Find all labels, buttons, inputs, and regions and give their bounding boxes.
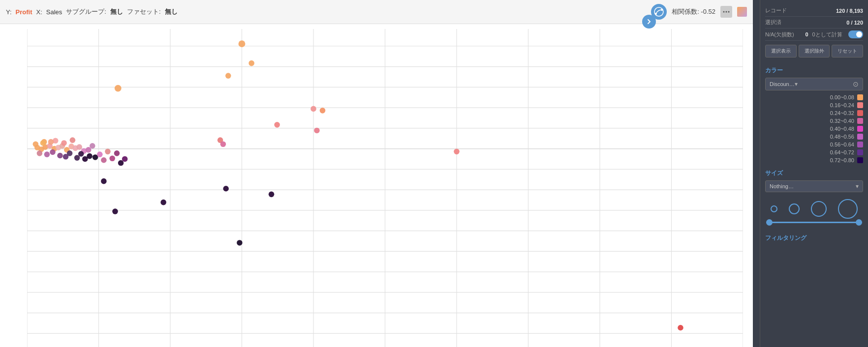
filter-section-title: フィルタリング — [765, 234, 863, 242]
svg-point-97 — [40, 140, 46, 146]
legend-item-1: 0.16~0.24 — [765, 101, 863, 109]
exclude-selection-button[interactable]: 選択除外 — [799, 45, 830, 58]
legend-label-2: 0.24~0.32 — [765, 110, 854, 116]
size-circles — [765, 199, 863, 219]
legend-item-8: 0.72~0.80 — [765, 156, 863, 164]
color-preview — [737, 7, 747, 17]
svg-point-105 — [274, 122, 280, 128]
size-circle-sm — [771, 205, 777, 212]
expand-button[interactable] — [642, 15, 656, 29]
svg-point-0 — [654, 7, 663, 16]
legend-item-4: 0.40~0.48 — [765, 125, 863, 133]
svg-point-5 — [728, 11, 730, 13]
svg-point-75 — [44, 151, 50, 157]
legend-item-6: 0.56~0.64 — [765, 141, 863, 148]
size-section-title: サイズ — [765, 169, 863, 177]
svg-point-96 — [33, 141, 39, 147]
reset-button[interactable]: リセット — [832, 45, 863, 58]
svg-point-81 — [78, 151, 84, 157]
svg-point-114 — [112, 208, 118, 214]
legend-dot-8 — [857, 157, 863, 163]
record-label: レコード — [765, 7, 787, 14]
svg-point-110 — [101, 178, 107, 184]
svg-point-94 — [61, 140, 67, 146]
scatter-plot: 800 600 400 200 0 -200 -400 -600 -800 -1… — [27, 29, 743, 347]
size-thumb-left[interactable] — [766, 219, 773, 226]
svg-point-2 — [661, 9, 663, 11]
y-axis-prefix: Y: — [6, 8, 12, 16]
header-left: Y: Profit X: Sales サブグループ: 無し ファセット: 無し — [6, 7, 178, 16]
color-section-title: カラー — [765, 66, 863, 75]
legend-dot-7 — [857, 149, 863, 155]
color-settings-icon[interactable]: ⊙ — [853, 80, 859, 88]
legend-label-6: 0.56~0.64 — [765, 142, 854, 147]
size-thumb-right[interactable] — [856, 219, 862, 226]
svg-point-73 — [90, 143, 95, 149]
svg-point-113 — [269, 192, 275, 198]
svg-point-79 — [67, 150, 73, 156]
svg-point-101 — [225, 73, 231, 79]
color-legend: 0.00~0.08 0.16~0.24 0.24~0.32 0.32~0.40 … — [765, 93, 863, 164]
chevron-down-icon: ▾ — [795, 81, 798, 87]
svg-point-102 — [115, 85, 122, 92]
size-chevron-icon: ▾ — [856, 183, 859, 190]
size-circle-lg — [811, 201, 827, 217]
size-dropdown[interactable]: Nothing… ▾ — [765, 180, 863, 192]
legend-dot-5 — [857, 134, 863, 140]
legend-label-5: 0.48~0.56 — [765, 134, 854, 140]
x-axis-prefix: X: — [36, 8, 42, 16]
show-selection-button[interactable]: 選択表示 — [765, 45, 797, 58]
svg-point-108 — [320, 108, 326, 114]
svg-point-100 — [220, 141, 226, 147]
legend-dot-0 — [857, 94, 863, 100]
size-track[interactable] — [766, 222, 862, 223]
na-toggle[interactable] — [848, 30, 863, 38]
size-dropdown-label: Nothing… — [770, 183, 794, 189]
svg-point-76 — [50, 149, 56, 155]
legend-dot-6 — [857, 142, 863, 147]
size-circle-xl — [838, 199, 858, 219]
x-axis-label: Sales — [46, 8, 62, 16]
legend-label-1: 0.16~0.24 — [765, 102, 854, 108]
subgroup-value: 無し — [110, 7, 123, 16]
y-axis-label: Profit — [16, 8, 32, 16]
legend-label-4: 0.40~0.48 — [765, 126, 854, 132]
svg-point-85 — [97, 151, 103, 157]
record-value: 120 / 8,193 — [836, 8, 863, 14]
correlation-value: 相関係数: -0.52 — [672, 7, 715, 16]
color-dropdown[interactable]: Discoun… ▾ ⊙ — [765, 78, 863, 90]
svg-point-1 — [655, 13, 657, 15]
legend-label-0: 0.00~0.08 — [765, 94, 854, 100]
svg-point-4 — [726, 11, 727, 13]
selected-label: 選択済 — [765, 19, 781, 26]
svg-point-103 — [239, 40, 246, 47]
svg-point-106 — [310, 106, 316, 112]
svg-point-3 — [723, 11, 725, 13]
facet-label: ファセット: — [127, 7, 161, 16]
svg-point-87 — [105, 149, 111, 155]
svg-point-107 — [314, 128, 320, 134]
legend-label-3: 0.32~0.40 — [765, 118, 854, 124]
header-right: 相関係数: -0.52 — [651, 4, 747, 20]
svg-point-86 — [101, 157, 107, 163]
legend-label-7: 0.64~0.72 — [765, 149, 854, 155]
color-dropdown-label: Discoun… — [770, 81, 795, 87]
chart-container: 800 600 400 200 0 -200 -400 -600 -800 -1… — [0, 24, 753, 347]
svg-point-91 — [122, 156, 128, 162]
svg-point-95 — [70, 137, 76, 143]
svg-point-77 — [57, 153, 63, 159]
legend-dot-2 — [857, 110, 863, 116]
svg-point-88 — [109, 155, 115, 161]
settings-dots-button[interactable] — [720, 6, 732, 18]
action-buttons: 選択表示 選択除外 リセット — [765, 45, 863, 58]
svg-point-116 — [678, 325, 683, 331]
legend-item-3: 0.32~0.40 — [765, 117, 863, 125]
record-row: レコード 120 / 8,193 — [765, 5, 863, 17]
svg-point-104 — [248, 60, 254, 66]
na-row: N/A(欠損数) 0 0として計算 — [765, 29, 863, 41]
svg-point-112 — [223, 186, 229, 192]
selected-row: 選択済 0 / 120 — [765, 17, 863, 29]
header-bar: Y: Profit X: Sales サブグループ: 無し ファセット: 無し … — [0, 0, 753, 24]
na-value: 0 — [805, 31, 808, 37]
svg-point-98 — [48, 139, 54, 145]
